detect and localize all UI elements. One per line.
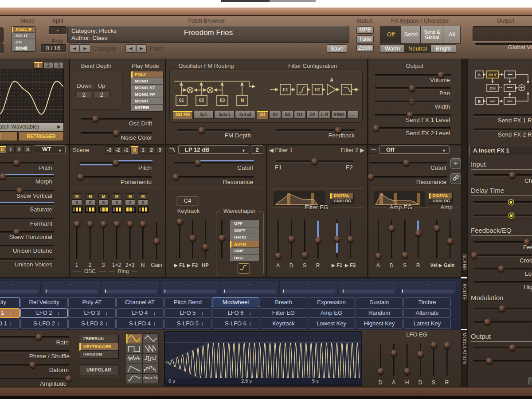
osc-retrigger-button[interactable]: RETRIGGER	[19, 131, 64, 141]
arrow-down-icon[interactable]: ↓	[249, 309, 251, 317]
feg-attack-slider[interactable]	[275, 219, 282, 258]
mod-value-cell[interactable]: -	[42, 280, 100, 295]
play-mode-list[interactable]: POLY MONO MONO ST MONO FP MONO ST+FP LAT…	[131, 71, 164, 112]
fx-delay-right-slider[interactable]	[473, 212, 532, 219]
keytrack-hp-slider[interactable]	[202, 219, 209, 258]
osc-tab-1[interactable]: 1	[33, 62, 43, 69]
fx-bypass-send-global[interactable]: Send & Global	[420, 26, 444, 43]
lfo-trigger-list[interactable]: FREERUN KEYTRIGGER RANDOM	[79, 335, 119, 359]
patch-name[interactable]: Freedom Fries	[133, 28, 284, 37]
mixer-fader-noise[interactable]	[140, 222, 146, 259]
amp-eg-mode-switch[interactable]: DIGITAL ANALOG	[429, 193, 453, 204]
category-prev-button[interactable]: ◀	[69, 44, 80, 53]
fm-mode-nofm[interactable]: NO FM	[172, 111, 193, 119]
playmode-mono-st[interactable]: MONO ST	[131, 85, 163, 91]
filter-balance-slider[interactable]	[276, 158, 354, 165]
split-point-value[interactable]: -	[49, 26, 66, 34]
filter1-nav[interactable]: ◀ Filter 1	[269, 147, 293, 153]
arrow-down-icon[interactable]: ↓	[153, 309, 156, 317]
aeg-attack-slider[interactable]	[375, 219, 382, 258]
lfo-eg-release-slider[interactable]	[444, 344, 450, 376]
ws-soft[interactable]: SOFT	[230, 227, 259, 235]
solo-ring12[interactable]: S	[112, 200, 122, 206]
fx-mod-depth-slider[interactable]	[473, 319, 532, 325]
route-indicator[interactable]	[72, 207, 82, 213]
fm-mode-3to2to1[interactable]: 3▸2▸1	[214, 111, 235, 119]
octave-m2[interactable]: -2	[113, 146, 122, 154]
mod-src-expression[interactable]: Expression	[308, 297, 355, 307]
arrow-down-icon[interactable]: ↓	[105, 309, 108, 317]
mod-src-lfo2[interactable]: LFO 2↓	[20, 308, 68, 318]
feg-decay-slider[interactable]	[288, 219, 295, 258]
solo-3[interactable]: S	[98, 200, 109, 206]
fcfg-lr[interactable]: L-R	[319, 111, 331, 119]
filter2-extend-button[interactable]: +	[450, 158, 461, 169]
solo-noise[interactable]: S	[138, 200, 148, 206]
lfo-freerun[interactable]: FREERUN	[79, 335, 118, 343]
mode-chsplit[interactable]: CH SPLIT	[12, 39, 35, 45]
route-indicator[interactable]	[98, 207, 109, 213]
arrow-down-icon[interactable]: ↓	[201, 319, 203, 328]
playmode-mono[interactable]: MONO	[131, 78, 163, 85]
playmode-mono-fp[interactable]: MONO FP	[131, 91, 163, 98]
lfo-keytrigger[interactable]: KEYTRIGGER	[79, 343, 118, 351]
character-bright[interactable]: Bright	[430, 44, 456, 53]
lfo-random[interactable]: RANDOM	[79, 351, 118, 359]
mute-noise[interactable]: M	[138, 193, 148, 200]
aeg-sustain-slider[interactable]	[402, 219, 408, 258]
waveshaper-type-list[interactable]: OFF SOFT HARD ASYM SINE DIGI	[230, 220, 260, 262]
aeg-release-slider[interactable]	[415, 219, 422, 258]
wavetable-next-icon[interactable]: ▶	[57, 124, 61, 129]
fx-bypass-off[interactable]: Off	[380, 26, 402, 43]
mod-src-lowest-key[interactable]: Lowest Key	[308, 319, 355, 329]
lfo-shape-saw-icon[interactable]	[142, 344, 159, 354]
mod-src-highest-key[interactable]: Highest Key	[356, 319, 403, 329]
filter-eg-digital[interactable]: DIGITAL	[330, 193, 353, 199]
mod-value-cell[interactable]: -	[339, 280, 397, 295]
mod-src-lfo4[interactable]: LFO 4↓	[116, 308, 164, 318]
octave-3[interactable]: 3	[156, 146, 164, 154]
lfo-shape-sine-icon[interactable]	[126, 333, 142, 344]
ws-digi[interactable]: DIGI	[230, 255, 259, 262]
lfo-shape-triangle-icon[interactable]	[142, 333, 159, 344]
mixer-fader-osc3[interactable]	[100, 222, 107, 259]
fcfg-wide[interactable]: ↔	[347, 111, 359, 119]
filter-link-icon[interactable]	[450, 173, 461, 184]
mod-src-latest-key[interactable]: Latest Key	[403, 319, 451, 329]
mute-3[interactable]: M	[98, 193, 109, 200]
waveshaper-drive-slider[interactable]	[219, 219, 225, 258]
filter2-nav[interactable]: Filter 2 ▶	[328, 147, 364, 153]
fx-corner-button-stub[interactable]	[528, 377, 532, 385]
fcfg-s2[interactable]: S2	[269, 111, 281, 119]
mod-src-modwheel[interactable]: Modwheel	[212, 297, 259, 307]
mpe-button[interactable]: MPE	[356, 26, 374, 34]
fx-routing-diagram[interactable]: A DLY CH B	[469, 66, 532, 109]
mixer-fader-ring12[interactable]	[113, 222, 120, 259]
route-indicator[interactable]	[85, 207, 96, 213]
lfo-shape-noise-icon[interactable]	[126, 353, 142, 364]
mute-ring12[interactable]: M	[112, 193, 122, 200]
mod-src-lfo3[interactable]: LFO 3↓	[68, 308, 116, 318]
arrow-down-icon[interactable]: ↓	[153, 319, 156, 328]
mod-value-cell[interactable]: -	[279, 280, 338, 295]
wt-subtab-0[interactable]: 0	[0, 146, 6, 153]
mod-src-poly-at[interactable]: Poly AT	[68, 297, 116, 307]
mute-2[interactable]: M	[85, 193, 95, 200]
mixer-fader-osc2[interactable]	[87, 222, 94, 259]
osc-tab-2[interactable]: 2	[43, 62, 53, 68]
mod-src-lfo6[interactable]: LFO 6↓	[212, 308, 259, 318]
feg-release-slider[interactable]	[315, 219, 321, 258]
fx-bypass-all[interactable]: All	[443, 26, 461, 43]
zoom-button[interactable]: Zoom	[356, 44, 374, 52]
lfo-eg-attack-slider[interactable]	[391, 344, 397, 376]
mod-src-slfo1[interactable]: S-LFO 1↓	[0, 319, 20, 329]
fcfg-s3[interactable]: S3	[282, 111, 293, 119]
mod-src-rel-velocity[interactable]: Rel Velocity	[20, 297, 68, 307]
wt-subtab-3[interactable]: 3	[23, 146, 31, 153]
octave-0[interactable]: 0	[130, 146, 139, 154]
ws-sine[interactable]: SINE	[230, 248, 259, 255]
fx-width-slider[interactable]	[473, 358, 532, 364]
lfo-waveform-display[interactable]: 0 s 2.5 s 5 s	[164, 331, 362, 386]
octave-2[interactable]: 2	[147, 146, 156, 154]
mod-src-keytrack[interactable]: Keytrack	[260, 319, 307, 329]
